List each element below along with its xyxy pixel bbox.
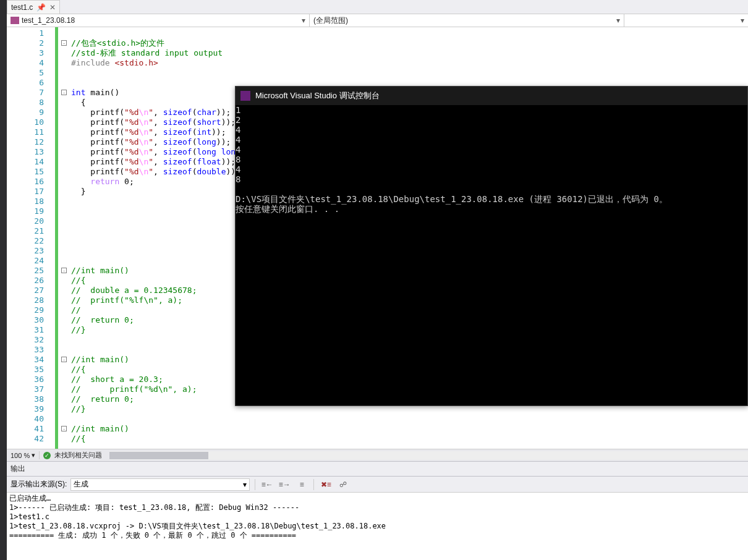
- separator: [313, 479, 314, 490]
- chevron-down-icon: ▾: [741, 16, 744, 25]
- line-number: 12: [7, 137, 44, 147]
- line-number: 11: [7, 127, 44, 137]
- console-output[interactable]: 1 2 4 4 4 8 4 8 D:\VS项目文件夹\test_1_23.08.…: [236, 105, 747, 405]
- fold-toggle-icon[interactable]: -: [61, 357, 67, 362]
- line-number: 15: [7, 167, 44, 177]
- line-number: 35: [7, 365, 44, 375]
- output-panel: 输出 显示输出来源(S): 生成 ▾ ≡← ≡→ ≡ ✖≡ ☍ 已启动生成… 1…: [7, 461, 748, 560]
- line-number: 42: [7, 434, 44, 444]
- line-number: 6: [7, 78, 44, 88]
- chevron-down-icon: ▾: [616, 16, 620, 25]
- horizontal-scrollbar[interactable]: [109, 451, 748, 460]
- line-number-gutter: 1234567891011121314151617181920212223242…: [7, 27, 55, 449]
- line-number: 9: [7, 108, 44, 117]
- editor-status-strip: 100 %▾ ✓ 未找到相关问题: [7, 449, 748, 461]
- separator: [255, 479, 255, 490]
- line-number: 7: [7, 88, 44, 98]
- scope1-label: test_1_23.08.18: [22, 16, 75, 25]
- fold-toggle-icon[interactable]: -: [61, 40, 67, 46]
- chevron-down-icon: ▾: [302, 16, 305, 25]
- line-number: 34: [7, 355, 44, 365]
- line-number: 36: [7, 375, 44, 384]
- line-number: 4: [7, 58, 44, 68]
- line-number: 2: [7, 38, 44, 48]
- chevron-down-icon: ▾: [243, 480, 247, 489]
- debug-console-window[interactable]: Microsoft Visual Studio 调试控制台 1 2 4 4 4 …: [235, 86, 748, 406]
- console-title-text: Microsoft Visual Studio 调试控制台: [255, 90, 380, 101]
- prev-msg-icon[interactable]: ≡←: [260, 478, 274, 491]
- line-number: 24: [7, 256, 44, 266]
- line-number: 31: [7, 325, 44, 335]
- fold-column: -----: [61, 27, 69, 449]
- line-number: 27: [7, 286, 44, 295]
- line-number: 10: [7, 117, 44, 127]
- line-number: 39: [7, 404, 44, 414]
- scope2-label: (全局范围): [313, 15, 616, 26]
- output-source-value: 生成: [74, 479, 88, 490]
- line-number: 3: [7, 48, 44, 58]
- line-number: 25: [7, 266, 44, 276]
- output-panel-title[interactable]: 输出: [7, 461, 748, 477]
- output-source-label: 显示输出来源(S):: [11, 479, 67, 490]
- output-toolbar: 显示输出来源(S): 生成 ▾ ≡← ≡→ ≡ ✖≡ ☍: [7, 477, 748, 493]
- nav-dropdown-row: test_1_23.08.18 ▾ (全局范围) ▾ ▾: [7, 14, 748, 27]
- left-tool-rail[interactable]: [0, 0, 7, 560]
- line-number: 1: [7, 28, 44, 38]
- line-number: 33: [7, 345, 44, 355]
- chevron-down-icon: ▾: [32, 451, 35, 459]
- line-number: 20: [7, 216, 44, 226]
- line-number: 29: [7, 305, 44, 315]
- line-number: 14: [7, 157, 44, 167]
- scrollbar-thumb[interactable]: [109, 452, 208, 459]
- fold-toggle-icon[interactable]: -: [61, 90, 67, 95]
- line-number: 8: [7, 98, 44, 108]
- line-number: 40: [7, 414, 44, 424]
- line-number: 26: [7, 276, 44, 286]
- line-number: 41: [7, 424, 44, 434]
- fold-toggle-icon[interactable]: -: [61, 268, 67, 273]
- line-number: 38: [7, 394, 44, 404]
- clear-output-icon[interactable]: ≡: [295, 478, 308, 491]
- file-tab[interactable]: test1.c 📌 ✕: [7, 0, 60, 14]
- line-number: 16: [7, 177, 44, 187]
- link-icon[interactable]: ☍: [336, 478, 350, 491]
- ok-status-icon: ✓: [43, 452, 51, 459]
- line-number: 23: [7, 246, 44, 256]
- editor-tab-strip: test1.c 📌 ✕: [7, 0, 748, 14]
- line-number: 30: [7, 315, 44, 325]
- change-marker-column: [55, 27, 58, 449]
- line-number: 37: [7, 384, 44, 394]
- line-number: 13: [7, 147, 44, 157]
- line-number: 32: [7, 335, 44, 345]
- pin-icon[interactable]: 📌: [36, 3, 46, 12]
- project-scope-dropdown[interactable]: test_1_23.08.18 ▾: [7, 14, 310, 27]
- output-source-dropdown[interactable]: 生成 ▾: [70, 478, 250, 491]
- line-number: 5: [7, 68, 44, 78]
- close-icon[interactable]: ✕: [49, 3, 56, 12]
- line-number: 17: [7, 187, 44, 197]
- member-scope-dropdown[interactable]: ▾: [624, 14, 748, 27]
- issues-label: 未找到相关问题: [54, 451, 102, 460]
- next-msg-icon[interactable]: ≡→: [278, 478, 291, 491]
- line-number: 21: [7, 226, 44, 236]
- line-number: 19: [7, 206, 44, 216]
- output-text[interactable]: 已启动生成… 1>------ 已启动生成: 项目: test_1_23.08.…: [7, 493, 748, 560]
- line-number: 28: [7, 295, 44, 305]
- tab-label: test1.c: [11, 3, 33, 12]
- zoom-dropdown[interactable]: 100 %▾: [7, 451, 40, 459]
- line-number: 18: [7, 197, 44, 206]
- global-scope-dropdown[interactable]: (全局范围) ▾: [310, 14, 624, 27]
- console-titlebar[interactable]: Microsoft Visual Studio 调试控制台: [236, 87, 747, 105]
- project-icon: [11, 17, 19, 24]
- vs-logo-icon: [240, 91, 250, 101]
- toggle-wrap-icon[interactable]: ✖≡: [319, 478, 333, 491]
- fold-toggle-icon[interactable]: -: [61, 426, 67, 431]
- line-number: 22: [7, 236, 44, 246]
